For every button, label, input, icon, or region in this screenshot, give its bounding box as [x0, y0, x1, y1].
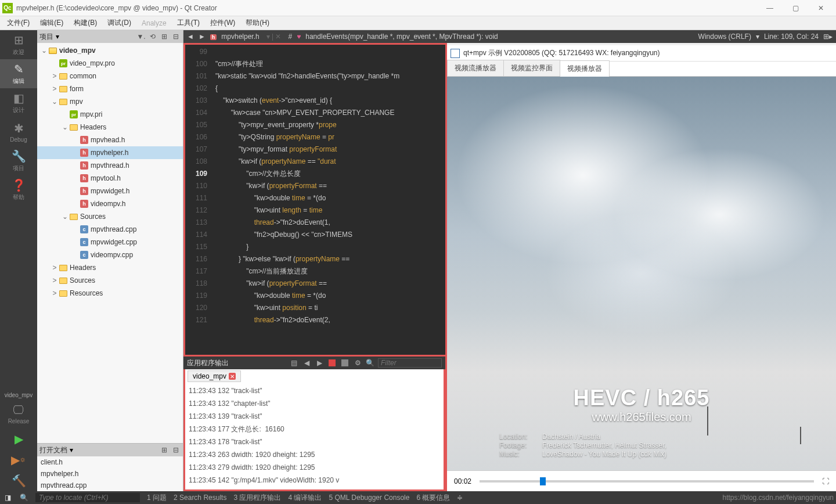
stop2-button[interactable]: [340, 358, 349, 368]
minimize-button[interactable]: —: [757, 1, 783, 15]
tree-item-Sources[interactable]: >Sources: [37, 274, 183, 287]
titlebar: Qc mpvhelper.h (E:\codevideo\core_mpv @ …: [0, 0, 836, 16]
output-tab[interactable]: video_mpv✕: [188, 370, 241, 382]
project-header: 项目 ▾ ▼. ⟲ ⊞ ⊟: [37, 30, 183, 43]
nav-fwd-icon[interactable]: ►: [199, 33, 206, 41]
tree-item-mpvwidget.cpp[interactable]: cmpvwidget.cpp: [37, 236, 183, 249]
player-controls: 00:02 ⛶: [447, 470, 836, 491]
sidebar-toggle-icon[interactable]: ◨: [2, 492, 13, 503]
menu-debug[interactable]: 调试(D): [103, 17, 136, 29]
kit-name[interactable]: video_mpv: [0, 391, 37, 399]
app-tab-player[interactable]: 视频播放器: [560, 60, 610, 77]
tree-item-Sources[interactable]: ⌄Sources: [37, 210, 183, 223]
attach-icon[interactable]: ▤: [289, 358, 298, 368]
open-docs-list[interactable]: client.hmpvhelper.hmpvthread.cpp: [37, 456, 183, 491]
seek-thumb[interactable]: [540, 477, 546, 485]
editor-filename[interactable]: mpvhelper.h: [221, 33, 259, 41]
debug-run-button[interactable]: ▶⛭: [0, 449, 37, 470]
tree-item-mpvthread.h[interactable]: hmpvthread.h: [37, 159, 183, 172]
tree-item-videompv.cpp[interactable]: cvideompv.cpp: [37, 249, 183, 261]
status-search[interactable]: 2 Search Results: [174, 494, 226, 502]
cursor-position[interactable]: Line: 109, Col: 24: [764, 33, 819, 41]
tree-item-Headers[interactable]: >Headers: [37, 261, 183, 274]
split-add-icon[interactable]: ⊞: [160, 32, 169, 41]
prev-icon[interactable]: ◀: [302, 358, 311, 368]
menu-edit[interactable]: 编辑(E): [35, 17, 68, 29]
status-appout[interactable]: 3 应用程序输出: [233, 493, 281, 503]
close-button[interactable]: ✕: [808, 1, 834, 15]
menu-widgets[interactable]: 控件(W): [206, 17, 240, 29]
panel-close-icon[interactable]: ⊟: [171, 32, 181, 41]
tree-item-video_mpv[interactable]: ⌄video_mpv: [37, 44, 183, 57]
tree-item-Resources[interactable]: >Resources: [37, 287, 183, 300]
output-title: 应用程序输出: [187, 358, 229, 368]
tree-item-videompv.h[interactable]: hvideompv.h: [37, 197, 183, 210]
help-icon: ❓: [12, 178, 26, 192]
seek-slider[interactable]: [480, 480, 814, 483]
panel-close-icon[interactable]: ⊟: [171, 445, 181, 455]
tree-item-video_mpv.pro[interactable]: prvideo_mpv.pro: [37, 57, 183, 70]
menu-tools[interactable]: 工具(T): [172, 17, 204, 29]
open-file-mpvhelper.h[interactable]: mpvhelper.h: [37, 468, 183, 480]
locator-input[interactable]: [35, 493, 140, 502]
tree-item-mpvhead.h[interactable]: hmpvhead.h: [37, 134, 183, 146]
tree-item-mpvthread.cpp[interactable]: cmpvthread.cpp: [37, 223, 183, 236]
tree-item-common[interactable]: >common: [37, 70, 183, 82]
status-qml[interactable]: 5 QML Debugger Console: [329, 494, 409, 502]
maximize-button[interactable]: ▢: [783, 1, 808, 15]
mode-welcome[interactable]: ⊞欢迎: [0, 30, 37, 59]
running-app: qt+mpv 示例 V20200805 (QQ: 517216493 WX: f…: [447, 30, 836, 491]
code-content[interactable]: "cm>//事件处理"kw>static "kw>void "fn2>handl…: [211, 45, 445, 355]
line-gutter: 9910010110210310410510610710810911011111…: [185, 45, 211, 355]
nav-back-icon[interactable]: ◄: [187, 33, 194, 41]
split-add-icon[interactable]: ⊞: [160, 445, 169, 455]
open-file-client.h[interactable]: client.h: [37, 456, 183, 468]
app-tab-stream[interactable]: 视频流播放器: [447, 60, 504, 76]
mode-edit[interactable]: ✎编辑: [0, 59, 37, 88]
mode-projects[interactable]: 🔧项目: [0, 146, 37, 175]
link-icon[interactable]: ⟲: [148, 32, 157, 41]
status-general[interactable]: 6 概要信息: [416, 493, 450, 503]
stop-button[interactable]: [327, 358, 337, 368]
status-more-icon[interactable]: ≑: [457, 494, 463, 502]
app-tab-monitor[interactable]: 视频监控界面: [503, 60, 560, 76]
tree-item-mpvhelper.h[interactable]: hmpvhelper.h: [37, 146, 183, 159]
tree-item-form[interactable]: >form: [37, 82, 183, 95]
split-icon[interactable]: ⊞▸: [823, 33, 833, 41]
settings-icon[interactable]: ⚙: [353, 358, 362, 368]
tree-item-mpv[interactable]: ⌄mpv: [37, 95, 183, 108]
tree-item-mpvwidget.h[interactable]: hmpvwidget.h: [37, 185, 183, 197]
filter-input[interactable]: [378, 358, 442, 368]
menu-file[interactable]: 文件(F): [2, 17, 34, 29]
fullscreen-icon[interactable]: ⛶: [822, 477, 829, 485]
menu-analyze[interactable]: Analyze: [137, 18, 171, 28]
status-bar: ◨ 🔍 1 问题 2 Search Results 3 应用程序输出 4 编译输…: [0, 491, 836, 504]
mode-debug[interactable]: ✱Debug: [0, 117, 37, 146]
menu-help[interactable]: 帮助(H): [241, 17, 274, 29]
open-file-mpvthread.cpp[interactable]: mpvthread.cpp: [37, 480, 183, 491]
tree-item-mpvtool.h[interactable]: hmpvtool.h: [37, 172, 183, 185]
status-compile[interactable]: 4 编译输出: [288, 493, 322, 503]
mode-help[interactable]: ❓帮助: [0, 175, 37, 204]
encoding-label[interactable]: Windows (CRLF): [698, 33, 751, 41]
next-icon[interactable]: ▶: [315, 358, 324, 368]
output-log[interactable]: 11:23:43 132 "track-list" 11:23:43 132 "…: [185, 383, 444, 488]
project-title: 项目: [39, 32, 53, 42]
menu-build[interactable]: 构建(B): [69, 17, 102, 29]
kit-selector[interactable]: 🖵Release: [0, 399, 37, 429]
project-tree[interactable]: ⌄video_mpvprvideo_mpv.pro>common>form⌄mp…: [37, 43, 183, 443]
status-issues[interactable]: 1 问题: [147, 493, 167, 503]
tree-item-Headers[interactable]: ⌄Headers: [37, 121, 183, 134]
video-viewport[interactable]: HEVC / h265 www.h265files.com Location:D…: [447, 77, 836, 470]
close-tab-icon[interactable]: ✕: [229, 373, 236, 380]
tree-item-mpv.pri[interactable]: prmpv.pri: [37, 108, 183, 121]
symbol-path[interactable]: handleEvents(mpv_handle *, mpv_event *, …: [305, 33, 498, 41]
output-toolbar: 应用程序输出 ▤ ◀ ▶ ⚙ 🔍: [183, 357, 445, 369]
heart-icon: ♥: [297, 33, 301, 41]
build-button[interactable]: 🔨: [0, 470, 37, 491]
run-button[interactable]: ▶: [0, 429, 37, 449]
code-editor[interactable]: 9910010110210310410510610710810911011111…: [183, 43, 445, 357]
filter-icon[interactable]: ▼.: [136, 32, 146, 41]
menubar: 文件(F) 编辑(E) 构建(B) 调试(D) Analyze 工具(T) 控件…: [0, 16, 836, 30]
mode-design[interactable]: ◧设计: [0, 88, 37, 117]
